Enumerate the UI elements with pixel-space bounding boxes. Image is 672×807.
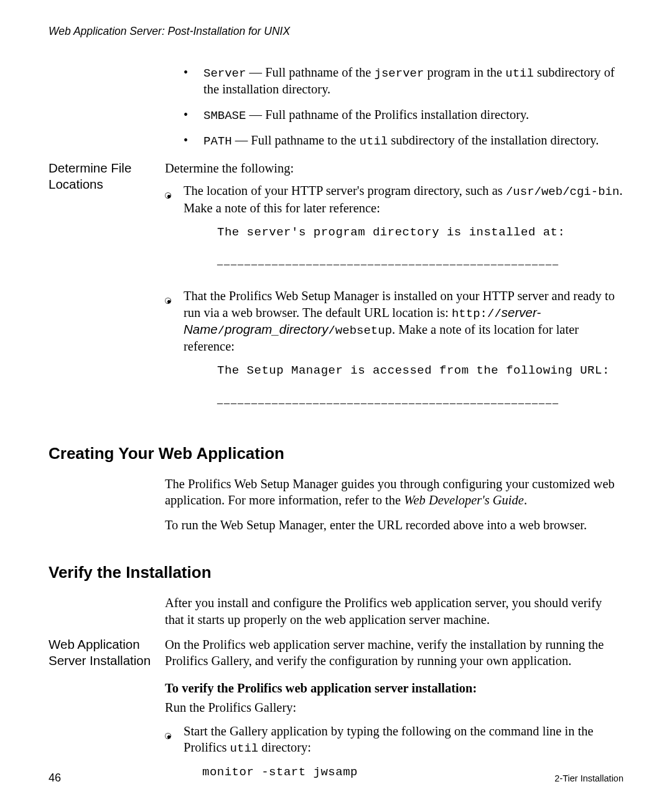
mono-line: The Setup Manager is accessed from the f… (217, 363, 623, 378)
checklist-row: The location of your HTTP server's progr… (165, 182, 623, 281)
bullet-body: PATH — Full pathname to the util subdire… (203, 132, 623, 149)
bullet-icon (165, 106, 203, 123)
bullet-row: Server — Full pathname of the jserver pr… (165, 64, 623, 98)
footer: 46 2-Tier Installation (49, 772, 623, 785)
code: PATH (203, 134, 232, 148)
text: The Prolifics Web Setup Manager guides y… (165, 477, 615, 507)
text: That the Prolifics Web Setup Manager is … (184, 289, 615, 319)
fill-in-line: ________________________________________… (217, 253, 623, 268)
text: — Full pathname to the (232, 133, 360, 147)
code: websetup (335, 324, 392, 337)
bullet-row: PATH — Full pathname to the util subdire… (165, 132, 623, 149)
intro: Determine the following: (165, 160, 623, 176)
top-bullets-block: Server — Full pathname of the jserver pr… (49, 64, 623, 160)
code: util (360, 134, 388, 148)
heading-creating: Creating Your Web Application (49, 444, 623, 463)
checklist-body: That the Prolifics Web Setup Manager is … (184, 288, 623, 420)
italic: Web Developer's Guide (404, 493, 524, 507)
page: Web Application Server: Post-Installatio… (0, 0, 672, 807)
mono-line: The server's program directory is instal… (217, 225, 623, 240)
verify-main: On the Prolifics web application server … (165, 636, 623, 790)
paragraph: The Prolifics Web Setup Manager guides y… (165, 476, 623, 508)
fill-in-line: ________________________________________… (217, 392, 623, 407)
verify-intro: After you install and configure the Prol… (165, 595, 623, 636)
bullet-body: Server — Full pathname of the jserver pr… (203, 64, 623, 98)
text: program in the (424, 65, 505, 79)
code: /usr/web/cgi-bin (506, 185, 619, 199)
code: util (230, 742, 259, 755)
bullet-row: SMBASE — Full pathname of the Prolifics … (165, 106, 623, 123)
checklist-row: That the Prolifics Web Setup Manager is … (165, 288, 623, 420)
subheading: To verify the Prolifics web application … (165, 680, 623, 696)
italic: program_directory (225, 322, 328, 336)
paragraph: After you install and configure the Prol… (165, 595, 623, 627)
paragraph: Run the Prolifics Gallery: (165, 699, 623, 715)
side-heading-webapp: Web Application Server Installation (49, 636, 165, 669)
paragraph: To run the Web Setup Manager, enter the … (165, 517, 623, 533)
code: http:// (452, 307, 502, 321)
code: / (218, 324, 225, 337)
checklist-body: The location of your HTTP server's progr… (184, 182, 623, 281)
open-circle-icon (165, 182, 184, 281)
text: — Full pathname of the (246, 65, 374, 79)
paragraph: On the Prolifics web application server … (165, 636, 623, 669)
side-heading-determine: Determine File Locations (49, 160, 165, 192)
code: SMBASE (203, 109, 246, 123)
verify-install-block: Web Application Server Installation On t… (49, 636, 623, 790)
bullet-icon (165, 64, 203, 98)
top-bullets: Server — Full pathname of the jserver pr… (165, 64, 623, 160)
code: / (328, 324, 335, 337)
heading-verify: Verify the Installation (49, 563, 623, 582)
determine-block: Determine File Locations Determine the f… (49, 160, 623, 427)
verify-intro-block: After you install and configure the Prol… (49, 595, 623, 636)
open-circle-icon (165, 288, 184, 420)
footer-title: 2-Tier Installation (554, 773, 623, 783)
text: . (524, 493, 527, 507)
bullet-body: SMBASE — Full pathname of the Prolifics … (203, 106, 623, 123)
text: directory: (258, 740, 311, 754)
text: subdirectory of the installation directo… (388, 133, 599, 147)
code: jserver (375, 67, 424, 80)
page-number: 46 (49, 772, 61, 785)
text: — Full pathname of the Prolifics install… (246, 108, 529, 121)
determine-main: Determine the following: The location of… (165, 160, 623, 427)
create-block: The Prolifics Web Setup Manager guides y… (49, 476, 623, 542)
create-main: The Prolifics Web Setup Manager guides y… (165, 476, 623, 542)
running-head: Web Application Server: Post-Installatio… (49, 25, 623, 38)
code: Server (203, 67, 246, 80)
bullet-icon (165, 132, 203, 149)
code: util (505, 67, 534, 80)
text: The location of your HTTP server's progr… (184, 184, 506, 197)
